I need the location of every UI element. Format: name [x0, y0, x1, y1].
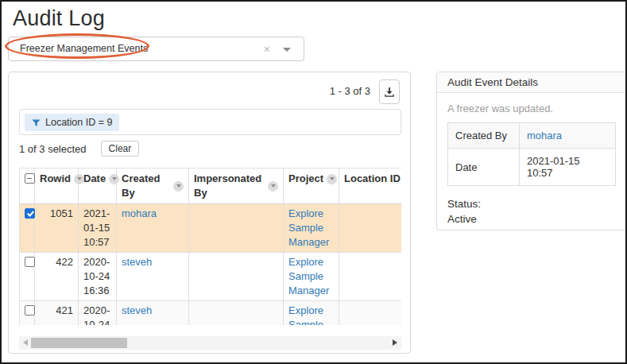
impersonated-by-cell — [189, 301, 284, 326]
row-select-cell[interactable] — [20, 253, 35, 301]
funnel-icon — [32, 118, 41, 127]
audit-event-details-panel: Audit Event Details A freezer was update… — [436, 72, 627, 230]
location-id-cell — [339, 253, 402, 301]
column-menu-icon[interactable] — [268, 181, 278, 192]
details-field-value: mohara — [520, 123, 616, 149]
clear-selection-icon[interactable]: × — [264, 43, 270, 56]
project-cell: Explore Sample Manager — [284, 253, 339, 301]
audit-grid-table: Rowid Date Created By Impersonated By Pr… — [19, 168, 401, 325]
table-row: 422 2020-10-24 16:36 steveh Explore Samp… — [20, 253, 402, 301]
audit-grid-panel: 1 - 3 of 3 Location ID = 9 1 of 3 select… — [8, 72, 411, 354]
date-cell: 2020-10-24 16:34 — [79, 301, 117, 326]
audit-log-page: Audit Log Freezer Management Events × 1 … — [0, 0, 627, 364]
column-menu-icon[interactable] — [173, 181, 184, 192]
rowid-cell: 422 — [35, 253, 79, 301]
export-button[interactable] — [379, 79, 400, 104]
user-link[interactable]: steveh — [122, 256, 152, 268]
table-row: 1051 2021-01-15 10:57 mohara Explore Sam… — [20, 204, 402, 253]
details-row: Created By mohara — [448, 123, 616, 149]
user-link[interactable]: mohara — [122, 207, 157, 219]
row-checkbox[interactable] — [25, 305, 35, 316]
grid-header-row: Rowid Date Created By Impersonated By Pr… — [20, 168, 402, 204]
project-link[interactable]: Explore Sample Manager — [288, 304, 329, 325]
created-by-cell: steveh — [117, 301, 189, 326]
scrollbar-thumb[interactable] — [31, 338, 127, 348]
project-link[interactable]: Explore Sample Manager — [288, 207, 329, 248]
filter-chip-label: Location ID = 9 — [45, 117, 112, 128]
impersonated-by-cell — [189, 204, 284, 253]
column-header-date[interactable]: Date — [79, 168, 117, 204]
filter-chip[interactable]: Location ID = 9 — [25, 114, 119, 131]
row-select-cell[interactable] — [20, 204, 35, 253]
details-row: Date 2021-01-15 10:57 — [448, 149, 616, 186]
download-icon — [384, 87, 395, 98]
project-cell: Explore Sample Manager — [284, 204, 339, 253]
grid-table-wrap: Rowid Date Created By Impersonated By Pr… — [19, 168, 401, 325]
rowid-cell: 1051 — [35, 204, 79, 253]
row-checkbox[interactable] — [25, 208, 35, 219]
user-link[interactable]: mohara — [527, 130, 562, 141]
event-description: A freezer was updated. — [447, 103, 616, 114]
status-label: Status: — [447, 196, 616, 211]
scroll-left-icon[interactable] — [23, 339, 28, 346]
location-id-cell — [339, 204, 402, 253]
chevron-down-icon[interactable] — [283, 48, 291, 52]
details-table: Created By mohara Date 2021-01-15 10:57 — [447, 122, 616, 186]
date-cell: 2020-10-24 16:36 — [79, 253, 117, 301]
pagination-label: 1 - 3 of 3 — [330, 85, 370, 97]
details-field-label: Date — [448, 149, 520, 186]
page-title: Audit Log — [13, 6, 105, 31]
details-panel-title: Audit Event Details — [437, 72, 626, 93]
created-by-cell: mohara — [117, 204, 189, 253]
column-header-project[interactable]: Project — [284, 168, 339, 204]
created-by-cell: steveh — [117, 253, 189, 301]
row-select-cell[interactable] — [20, 301, 35, 326]
table-row: 421 2020-10-24 16:34 steveh Explore Samp… — [20, 301, 402, 326]
column-header-location-id[interactable]: Location ID — [339, 168, 402, 204]
project-link[interactable]: Explore Sample Manager — [288, 256, 329, 296]
row-checkbox[interactable] — [25, 257, 35, 267]
user-link[interactable]: steveh — [122, 304, 152, 316]
column-header-rowid[interactable]: Rowid — [35, 168, 79, 204]
select-all-header[interactable] — [20, 168, 35, 204]
status-value: Active — [447, 211, 616, 227]
details-panel-body: A freezer was updated. Created By mohara… — [437, 93, 626, 236]
horizontal-scrollbar[interactable] — [19, 336, 401, 350]
selection-status: 1 of 3 selected — [19, 143, 87, 155]
select-all-checkbox[interactable] — [25, 173, 35, 184]
column-header-impersonated-by[interactable]: Impersonated By — [189, 168, 284, 204]
project-cell: Explore Sample Manager — [284, 301, 339, 326]
scroll-right-icon[interactable] — [393, 339, 397, 346]
event-type-select[interactable]: Freezer Management Events × — [8, 37, 304, 61]
impersonated-by-cell — [189, 253, 284, 301]
column-header-created-by[interactable]: Created By — [117, 168, 189, 204]
column-menu-icon[interactable] — [109, 174, 119, 184]
event-type-select-value: Freezer Management Events — [20, 43, 148, 54]
filter-bar: Location ID = 9 — [19, 109, 401, 135]
selection-row: 1 of 3 selected Clear — [19, 139, 139, 158]
column-menu-icon[interactable] — [327, 174, 337, 184]
date-cell: 2021-01-15 10:57 — [79, 204, 117, 253]
details-field-value: 2021-01-15 10:57 — [520, 149, 616, 186]
clear-selection-button[interactable]: Clear — [101, 141, 140, 157]
details-field-label: Created By — [448, 123, 520, 149]
rowid-cell: 421 — [35, 301, 79, 326]
location-id-cell — [339, 301, 402, 326]
